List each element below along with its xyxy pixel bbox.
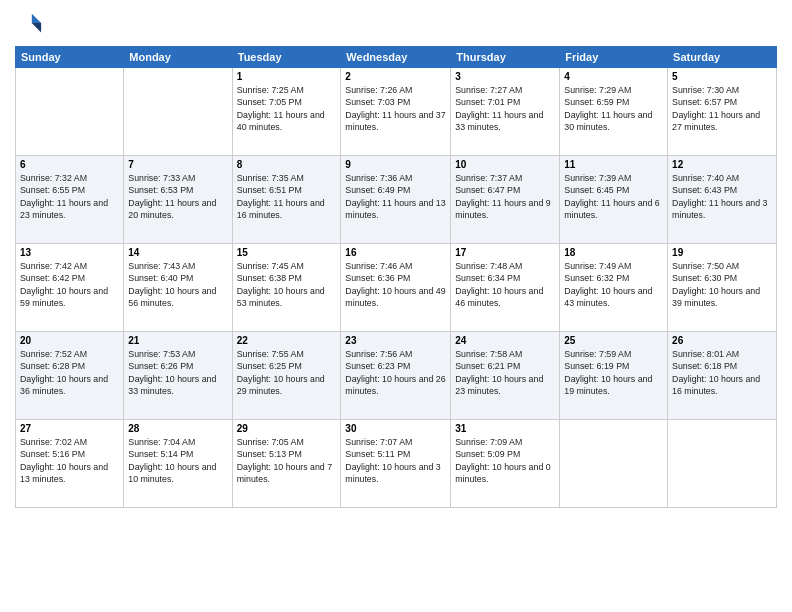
calendar-cell: 30Sunrise: 7:07 AM Sunset: 5:11 PM Dayli…: [341, 420, 451, 508]
calendar-cell: 25Sunrise: 7:59 AM Sunset: 6:19 PM Dayli…: [560, 332, 668, 420]
day-number: 12: [672, 159, 772, 170]
day-number: 14: [128, 247, 227, 258]
day-number: 27: [20, 423, 119, 434]
calendar-cell: 22Sunrise: 7:55 AM Sunset: 6:25 PM Dayli…: [232, 332, 341, 420]
day-info: Sunrise: 7:30 AM Sunset: 6:57 PM Dayligh…: [672, 84, 772, 133]
day-number: 3: [455, 71, 555, 82]
day-number: 10: [455, 159, 555, 170]
day-number: 1: [237, 71, 337, 82]
day-number: 16: [345, 247, 446, 258]
calendar-cell: 3Sunrise: 7:27 AM Sunset: 7:01 PM Daylig…: [451, 68, 560, 156]
day-number: 19: [672, 247, 772, 258]
day-info: Sunrise: 7:43 AM Sunset: 6:40 PM Dayligh…: [128, 260, 227, 309]
day-number: 28: [128, 423, 227, 434]
calendar-cell: 17Sunrise: 7:48 AM Sunset: 6:34 PM Dayli…: [451, 244, 560, 332]
logo: [15, 10, 45, 38]
calendar-cell: [124, 68, 232, 156]
calendar-cell: 9Sunrise: 7:36 AM Sunset: 6:49 PM Daylig…: [341, 156, 451, 244]
day-number: 29: [237, 423, 337, 434]
day-info: Sunrise: 7:29 AM Sunset: 6:59 PM Dayligh…: [564, 84, 663, 133]
svg-marker-0: [32, 14, 41, 23]
calendar-cell: 23Sunrise: 7:56 AM Sunset: 6:23 PM Dayli…: [341, 332, 451, 420]
day-info: Sunrise: 7:53 AM Sunset: 6:26 PM Dayligh…: [128, 348, 227, 397]
day-number: 24: [455, 335, 555, 346]
col-header-monday: Monday: [124, 47, 232, 68]
day-info: Sunrise: 7:59 AM Sunset: 6:19 PM Dayligh…: [564, 348, 663, 397]
day-info: Sunrise: 7:46 AM Sunset: 6:36 PM Dayligh…: [345, 260, 446, 309]
day-info: Sunrise: 7:42 AM Sunset: 6:42 PM Dayligh…: [20, 260, 119, 309]
day-number: 7: [128, 159, 227, 170]
calendar-cell: 13Sunrise: 7:42 AM Sunset: 6:42 PM Dayli…: [16, 244, 124, 332]
day-info: Sunrise: 7:32 AM Sunset: 6:55 PM Dayligh…: [20, 172, 119, 221]
day-info: Sunrise: 7:09 AM Sunset: 5:09 PM Dayligh…: [455, 436, 555, 485]
calendar-cell: [560, 420, 668, 508]
day-number: 31: [455, 423, 555, 434]
day-info: Sunrise: 8:01 AM Sunset: 6:18 PM Dayligh…: [672, 348, 772, 397]
day-number: 5: [672, 71, 772, 82]
day-number: 23: [345, 335, 446, 346]
col-header-thursday: Thursday: [451, 47, 560, 68]
day-number: 25: [564, 335, 663, 346]
calendar-cell: 12Sunrise: 7:40 AM Sunset: 6:43 PM Dayli…: [668, 156, 777, 244]
day-number: 20: [20, 335, 119, 346]
calendar-cell: 29Sunrise: 7:05 AM Sunset: 5:13 PM Dayli…: [232, 420, 341, 508]
col-header-saturday: Saturday: [668, 47, 777, 68]
page: SundayMondayTuesdayWednesdayThursdayFrid…: [0, 0, 792, 612]
day-number: 18: [564, 247, 663, 258]
calendar-cell: 7Sunrise: 7:33 AM Sunset: 6:53 PM Daylig…: [124, 156, 232, 244]
calendar-week-5: 27Sunrise: 7:02 AM Sunset: 5:16 PM Dayli…: [16, 420, 777, 508]
calendar-cell: 31Sunrise: 7:09 AM Sunset: 5:09 PM Dayli…: [451, 420, 560, 508]
day-number: 11: [564, 159, 663, 170]
day-info: Sunrise: 7:05 AM Sunset: 5:13 PM Dayligh…: [237, 436, 337, 485]
day-info: Sunrise: 7:52 AM Sunset: 6:28 PM Dayligh…: [20, 348, 119, 397]
day-number: 9: [345, 159, 446, 170]
calendar-cell: 2Sunrise: 7:26 AM Sunset: 7:03 PM Daylig…: [341, 68, 451, 156]
day-number: 13: [20, 247, 119, 258]
day-info: Sunrise: 7:49 AM Sunset: 6:32 PM Dayligh…: [564, 260, 663, 309]
col-header-tuesday: Tuesday: [232, 47, 341, 68]
day-number: 6: [20, 159, 119, 170]
calendar-week-1: 1Sunrise: 7:25 AM Sunset: 7:05 PM Daylig…: [16, 68, 777, 156]
day-number: 26: [672, 335, 772, 346]
calendar-cell: 10Sunrise: 7:37 AM Sunset: 6:47 PM Dayli…: [451, 156, 560, 244]
day-number: 4: [564, 71, 663, 82]
day-info: Sunrise: 7:56 AM Sunset: 6:23 PM Dayligh…: [345, 348, 446, 397]
day-info: Sunrise: 7:25 AM Sunset: 7:05 PM Dayligh…: [237, 84, 337, 133]
day-info: Sunrise: 7:36 AM Sunset: 6:49 PM Dayligh…: [345, 172, 446, 221]
day-number: 2: [345, 71, 446, 82]
calendar-cell: 11Sunrise: 7:39 AM Sunset: 6:45 PM Dayli…: [560, 156, 668, 244]
day-info: Sunrise: 7:27 AM Sunset: 7:01 PM Dayligh…: [455, 84, 555, 133]
calendar-cell: 14Sunrise: 7:43 AM Sunset: 6:40 PM Dayli…: [124, 244, 232, 332]
day-info: Sunrise: 7:04 AM Sunset: 5:14 PM Dayligh…: [128, 436, 227, 485]
day-number: 30: [345, 423, 446, 434]
svg-marker-1: [32, 23, 41, 32]
day-info: Sunrise: 7:55 AM Sunset: 6:25 PM Dayligh…: [237, 348, 337, 397]
day-number: 17: [455, 247, 555, 258]
day-info: Sunrise: 7:39 AM Sunset: 6:45 PM Dayligh…: [564, 172, 663, 221]
calendar-cell: 28Sunrise: 7:04 AM Sunset: 5:14 PM Dayli…: [124, 420, 232, 508]
day-info: Sunrise: 7:48 AM Sunset: 6:34 PM Dayligh…: [455, 260, 555, 309]
col-header-friday: Friday: [560, 47, 668, 68]
day-info: Sunrise: 7:07 AM Sunset: 5:11 PM Dayligh…: [345, 436, 446, 485]
calendar-cell: [668, 420, 777, 508]
header: [15, 10, 777, 38]
calendar-cell: [16, 68, 124, 156]
day-info: Sunrise: 7:58 AM Sunset: 6:21 PM Dayligh…: [455, 348, 555, 397]
day-number: 8: [237, 159, 337, 170]
calendar-cell: 5Sunrise: 7:30 AM Sunset: 6:57 PM Daylig…: [668, 68, 777, 156]
day-info: Sunrise: 7:02 AM Sunset: 5:16 PM Dayligh…: [20, 436, 119, 485]
calendar-cell: 15Sunrise: 7:45 AM Sunset: 6:38 PM Dayli…: [232, 244, 341, 332]
calendar-week-4: 20Sunrise: 7:52 AM Sunset: 6:28 PM Dayli…: [16, 332, 777, 420]
calendar-cell: 21Sunrise: 7:53 AM Sunset: 6:26 PM Dayli…: [124, 332, 232, 420]
day-number: 21: [128, 335, 227, 346]
day-info: Sunrise: 7:26 AM Sunset: 7:03 PM Dayligh…: [345, 84, 446, 133]
calendar-table: SundayMondayTuesdayWednesdayThursdayFrid…: [15, 46, 777, 508]
day-info: Sunrise: 7:37 AM Sunset: 6:47 PM Dayligh…: [455, 172, 555, 221]
day-info: Sunrise: 7:35 AM Sunset: 6:51 PM Dayligh…: [237, 172, 337, 221]
calendar-cell: 16Sunrise: 7:46 AM Sunset: 6:36 PM Dayli…: [341, 244, 451, 332]
day-info: Sunrise: 7:50 AM Sunset: 6:30 PM Dayligh…: [672, 260, 772, 309]
calendar-cell: 4Sunrise: 7:29 AM Sunset: 6:59 PM Daylig…: [560, 68, 668, 156]
col-header-sunday: Sunday: [16, 47, 124, 68]
calendar-cell: 26Sunrise: 8:01 AM Sunset: 6:18 PM Dayli…: [668, 332, 777, 420]
calendar-cell: 27Sunrise: 7:02 AM Sunset: 5:16 PM Dayli…: [16, 420, 124, 508]
